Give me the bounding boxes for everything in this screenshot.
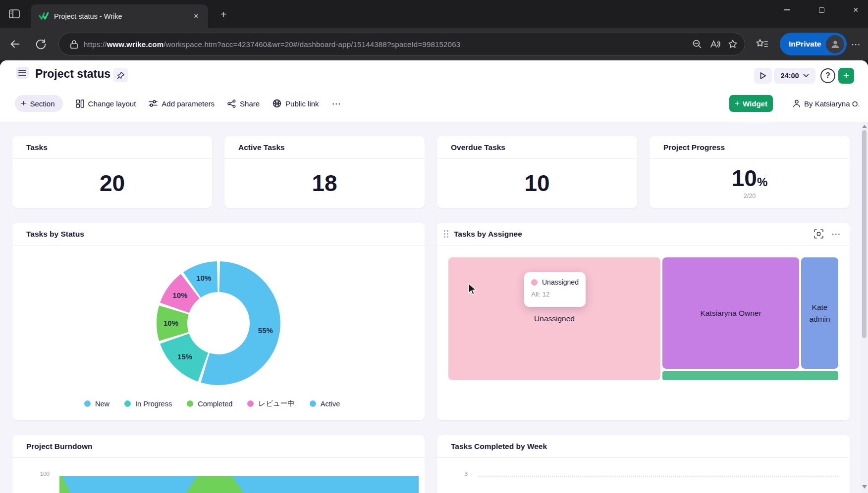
timer-dropdown[interactable]: 24:00 [774, 68, 815, 84]
header-divider [784, 97, 784, 110]
back-icon[interactable] [4, 33, 26, 55]
donut-chart: 55%15%10%10%10% [149, 254, 288, 393]
legend-item[interactable]: New [84, 400, 109, 408]
legend-label: New [95, 400, 109, 408]
address-bar[interactable]: https://www.wrike.com/workspace.htm?acc=… [58, 33, 745, 55]
y-axis-tick: 100 [30, 471, 50, 477]
wrike-favicon-icon [39, 12, 49, 21]
scrollbar-up-arrow[interactable] [862, 125, 867, 128]
window-minimize-button[interactable] [776, 0, 799, 20]
kpi-card-tasks[interactable]: Tasks 20 [12, 136, 212, 208]
pin-icon[interactable] [113, 68, 128, 82]
legend-dot-icon [124, 400, 131, 407]
public-link-button[interactable]: Public link [272, 95, 319, 112]
donut-value-label: 10% [172, 291, 187, 299]
add-section-button[interactable]: + Section [15, 95, 63, 112]
author-byline[interactable]: By Katsiaryna O. [793, 95, 860, 112]
minimize-icon [784, 9, 790, 10]
tab-strip: Project status - Wrike ✕ + ✕ [0, 0, 868, 28]
kpi-title: Tasks [26, 143, 48, 152]
add-widget-button[interactable]: + Widget [729, 95, 773, 112]
favorites-bar-icon[interactable] [751, 33, 773, 55]
tab-close-icon[interactable]: ✕ [190, 10, 202, 22]
profile-avatar[interactable] [826, 35, 844, 53]
hamburger-menu-icon[interactable] [16, 67, 29, 79]
dashboard-toolbar: + Section Change layout Add parameters [15, 95, 341, 112]
new-tab-button[interactable]: + [216, 8, 231, 21]
gridline [479, 476, 838, 477]
kpi-value: 18 [312, 172, 337, 195]
widget-title: Tasks by Assignee [454, 230, 522, 239]
legend-dot-icon [247, 400, 254, 407]
lock-icon [66, 36, 82, 52]
person-icon [793, 99, 801, 108]
legend-label: Completed [198, 400, 232, 408]
zoom-out-icon[interactable] [689, 36, 705, 52]
maximize-icon [819, 7, 824, 13]
scrollbar-down-arrow[interactable] [862, 485, 867, 489]
share-button[interactable]: Share [227, 95, 260, 112]
focus-mode-icon[interactable] [814, 229, 823, 239]
treemap-tooltip: Unassigned All: 12 [524, 272, 586, 307]
play-button[interactable] [754, 68, 772, 84]
url-text: https://www.wrike.com/workspace.htm?acc=… [84, 40, 687, 49]
plus-icon: + [21, 99, 26, 109]
browser-tab[interactable]: Project status - Wrike ✕ [31, 4, 208, 28]
read-aloud-icon[interactable] [707, 36, 723, 52]
browser-more-icon[interactable]: ⋯ [845, 33, 867, 55]
donut-value-label: 10% [163, 319, 178, 327]
change-layout-button[interactable]: Change layout [76, 95, 136, 112]
url-domain: www.wrike.com [107, 40, 164, 49]
refresh-icon[interactable] [30, 33, 52, 55]
tab-actions-icon[interactable] [6, 7, 23, 21]
status-legend: NewIn ProgressCompletedレビュー中Active [84, 399, 340, 408]
kpi-value: 10% [732, 167, 768, 190]
kpi-card-project-progress[interactable]: Project Progress 10% 2/20 [650, 136, 850, 208]
kpi-value: 20 [100, 172, 125, 195]
treemap-block-kate[interactable]: Kate admin [801, 257, 838, 369]
tab-title: Project status - Wrike [54, 12, 185, 20]
donut-value-label: 15% [177, 352, 192, 361]
browser-window: Project status - Wrike ✕ + ✕ https://www… [0, 0, 868, 493]
kpi-card-active-tasks[interactable]: Active Tasks 18 [224, 136, 425, 208]
add-button[interactable]: + [838, 68, 854, 84]
plus-icon: + [735, 99, 740, 108]
kpi-title: Project Progress [663, 143, 725, 152]
sliders-icon [149, 99, 158, 107]
widget-title: Project Burndown [26, 442, 92, 451]
browser-navbar: https://www.wrike.com/workspace.htm?acc=… [0, 28, 868, 60]
treemap-block-katsiaryna[interactable]: Katsiaryna Owner [662, 257, 799, 369]
layout-grid-icon [76, 99, 84, 108]
scrollbar-thumb[interactable] [862, 130, 867, 338]
dashboard-header: Project status 24:00 ? + + [0, 60, 868, 122]
help-button[interactable]: ? [820, 68, 835, 83]
widget-more-icon[interactable]: ⋯ [831, 228, 841, 240]
kpi-card-overdue-tasks[interactable]: Overdue Tasks 10 [437, 136, 637, 208]
kpi-title: Overdue Tasks [451, 143, 505, 152]
window-maximize-button[interactable] [810, 0, 833, 20]
donut-value-label: 10% [196, 274, 211, 282]
globe-icon [272, 99, 281, 108]
treemap-block-small[interactable] [662, 371, 838, 380]
legend-item[interactable]: Active [310, 400, 340, 408]
legend-label: レビュー中 [258, 399, 295, 408]
burndown-chart [59, 460, 419, 493]
window-close-button[interactable]: ✕ [844, 0, 867, 20]
toolbar-more-icon[interactable]: ⋯ [332, 95, 341, 112]
donut-value-label: 55% [258, 326, 273, 335]
drag-handle-icon[interactable] [444, 230, 449, 238]
legend-item[interactable]: Completed [187, 400, 232, 408]
tooltip-detail: All: 12 [531, 291, 579, 298]
legend-item[interactable]: In Progress [124, 400, 172, 408]
chevron-down-icon [803, 74, 809, 78]
inprivate-badge[interactable]: InPrivate [780, 33, 847, 55]
treemap-label: Unassigned [534, 313, 575, 325]
kpi-value: 10 [524, 172, 549, 195]
legend-item[interactable]: レビュー中 [247, 399, 295, 408]
mouse-cursor [468, 283, 479, 296]
favorite-star-icon[interactable] [725, 36, 741, 52]
add-parameters-button[interactable]: Add parameters [149, 95, 215, 112]
tasks-completed-widget: Tasks Completed by Week [437, 435, 850, 493]
share-icon [227, 99, 236, 108]
legend-label: In Progress [135, 400, 172, 408]
